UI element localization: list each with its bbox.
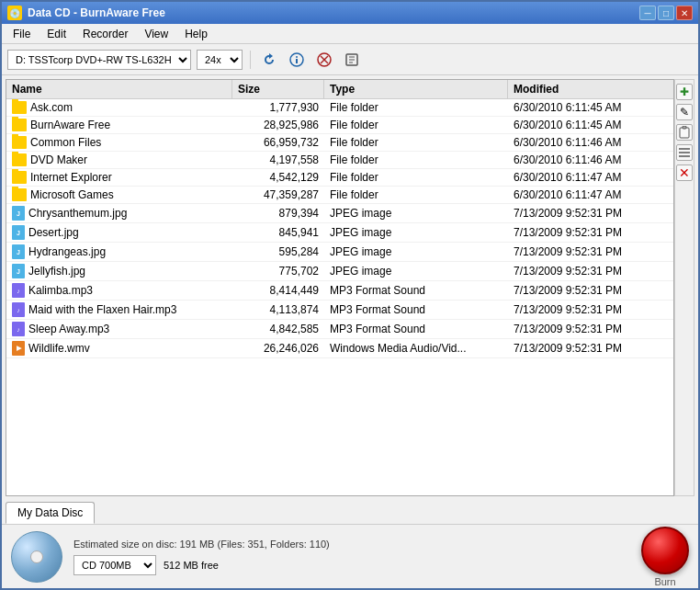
title-buttons: ─ □ ✕ xyxy=(639,6,693,20)
file-size: 845,941 xyxy=(232,224,324,241)
edit-button[interactable]: ✎ xyxy=(676,104,693,120)
file-type: JPEG image xyxy=(324,263,508,279)
drive-select[interactable]: D: TSSTcorp DVD+-RW TS-L632H xyxy=(7,50,191,70)
file-name: J Hydrangeas.jpg xyxy=(6,243,232,261)
app-icon: 💿 xyxy=(7,6,22,20)
folder-icon xyxy=(12,136,27,149)
title-bar: 💿 Data CD - BurnAware Free ─ □ ✕ xyxy=(2,2,698,24)
file-modified: 6/30/2010 6:11:47 AM xyxy=(508,187,673,203)
erase-icon xyxy=(317,52,332,67)
file-type: JPEG image xyxy=(324,224,508,241)
file-modified: 7/13/2009 9:52:31 PM xyxy=(508,263,673,279)
file-name: ▶ Wildlife.wmv xyxy=(6,339,232,357)
file-size: 26,246,026 xyxy=(232,340,324,357)
table-row[interactable]: ♪ Maid with the Flaxen Hair.mp3 4,113,87… xyxy=(6,301,673,320)
estimated-size-text: Estimated size on disc: 191 MB (Files: 3… xyxy=(73,539,630,550)
file-name: Microsoft Games xyxy=(6,187,232,203)
minimize-button[interactable]: ─ xyxy=(639,6,656,20)
close-button[interactable]: ✕ xyxy=(676,6,693,20)
file-modified: 6/30/2010 6:11:46 AM xyxy=(508,134,673,151)
tab-my-data-disc[interactable]: My Data Disc xyxy=(6,502,95,524)
jpg-icon: J xyxy=(12,244,25,259)
clipboard-button[interactable] xyxy=(676,124,693,141)
properties-button[interactable] xyxy=(341,49,363,71)
table-row[interactable]: BurnAware Free 28,925,986 File folder 6/… xyxy=(6,117,673,134)
file-name: Ask.com xyxy=(6,99,232,116)
table-row[interactable]: J Hydrangeas.jpg 595,284 JPEG image 7/13… xyxy=(6,243,673,262)
file-modified: 6/30/2010 6:11:45 AM xyxy=(508,99,673,116)
col-modified[interactable]: Modified xyxy=(508,80,673,98)
table-row[interactable]: J Jellyfish.jpg 775,702 JPEG image 7/13/… xyxy=(6,262,673,281)
file-modified: 6/30/2010 6:11:47 AM xyxy=(508,169,673,186)
status-bar: Estimated size on disc: 191 MB (Files: 3… xyxy=(2,524,698,588)
remove-button[interactable]: ✕ xyxy=(676,165,693,181)
file-type: MP3 Format Sound xyxy=(324,282,508,299)
file-name: Internet Explorer xyxy=(6,169,232,186)
folder-icon xyxy=(12,188,27,201)
burn-button[interactable] xyxy=(641,527,689,574)
file-name: ♪ Sleep Away.mp3 xyxy=(6,320,232,338)
file-type: File folder xyxy=(324,99,508,116)
file-size: 47,359,287 xyxy=(232,187,324,203)
folder-icon xyxy=(12,101,27,114)
table-row[interactable]: Microsoft Games 47,359,287 File folder 6… xyxy=(6,187,673,204)
file-name: BurnAware Free xyxy=(6,117,232,133)
folder-icon xyxy=(12,119,27,131)
file-list: Ask.com 1,777,930 File folder 6/30/2010 … xyxy=(6,99,673,495)
file-modified: 7/13/2009 9:52:31 PM xyxy=(508,340,673,357)
window-title: Data CD - BurnAware Free xyxy=(28,6,165,19)
file-name: Common Files xyxy=(6,134,232,151)
table-row[interactable]: ♪ Sleep Away.mp3 4,842,585 MP3 Format So… xyxy=(6,320,673,339)
disc-hole xyxy=(30,550,43,563)
file-name: ♪ Maid with the Flaxen Hair.mp3 xyxy=(6,301,232,319)
table-row[interactable]: Ask.com 1,777,930 File folder 6/30/2010 … xyxy=(6,99,673,117)
file-size: 1,777,930 xyxy=(232,99,324,116)
table-row[interactable]: Common Files 66,959,732 File folder 6/30… xyxy=(6,134,673,152)
table-row[interactable]: J Desert.jpg 845,941 JPEG image 7/13/200… xyxy=(6,223,673,243)
maximize-button[interactable]: □ xyxy=(658,6,674,20)
file-name: J Jellyfish.jpg xyxy=(6,262,232,280)
disc-type-select[interactable]: CD 700MB xyxy=(73,555,156,575)
svg-point-1 xyxy=(296,56,298,58)
speed-select[interactable]: 24x xyxy=(197,50,243,70)
file-list-header: Name Size Type Modified xyxy=(6,80,673,99)
file-size: 66,959,732 xyxy=(232,134,324,151)
refresh-button[interactable] xyxy=(258,49,280,71)
list-button[interactable] xyxy=(676,144,693,161)
file-modified: 6/30/2010 6:11:45 AM xyxy=(508,117,673,133)
disc-icon xyxy=(11,531,62,583)
file-size: 28,925,986 xyxy=(232,117,324,133)
file-type: JPEG image xyxy=(324,205,508,221)
menu-view[interactable]: View xyxy=(137,26,175,42)
toolbar-separator-1 xyxy=(250,51,251,69)
table-row[interactable]: DVD Maker 4,197,558 File folder 6/30/201… xyxy=(6,152,673,169)
menu-recorder[interactable]: Recorder xyxy=(75,26,135,42)
disc-icon-container xyxy=(11,531,62,583)
menu-file[interactable]: File xyxy=(6,26,38,42)
disc-info-button[interactable] xyxy=(286,49,308,71)
col-size[interactable]: Size xyxy=(232,80,324,98)
col-name[interactable]: Name xyxy=(6,80,232,98)
col-type[interactable]: Type xyxy=(324,80,508,98)
tabs-area: My Data Disc xyxy=(2,500,698,524)
menu-help[interactable]: Help xyxy=(177,26,215,42)
main-window: 💿 Data CD - BurnAware Free ─ □ ✕ File Ed… xyxy=(0,0,700,590)
mp3-icon: ♪ xyxy=(12,302,25,317)
erase-button[interactable] xyxy=(313,49,335,71)
table-row[interactable]: Internet Explorer 4,542,129 File folder … xyxy=(6,169,673,187)
file-size: 879,394 xyxy=(232,205,324,221)
file-modified: 7/13/2009 9:52:31 PM xyxy=(508,282,673,299)
file-type: File folder xyxy=(324,152,508,168)
menu-edit[interactable]: Edit xyxy=(40,26,73,42)
file-type: MP3 Format Sound xyxy=(324,301,508,318)
table-row[interactable]: ♪ Kalimba.mp3 8,414,449 MP3 Format Sound… xyxy=(6,281,673,301)
file-size: 4,197,558 xyxy=(232,152,324,168)
file-size: 8,414,449 xyxy=(232,282,324,299)
file-modified: 7/13/2009 9:52:31 PM xyxy=(508,321,673,337)
table-row[interactable]: J Chrysanthemum.jpg 879,394 JPEG image 7… xyxy=(6,204,673,223)
svg-rect-11 xyxy=(683,126,686,129)
file-type: File folder xyxy=(324,169,508,186)
add-button[interactable]: ✚ xyxy=(676,84,693,100)
file-modified: 6/30/2010 6:11:46 AM xyxy=(508,152,673,168)
table-row[interactable]: ▶ Wildlife.wmv 26,246,026 Windows Media … xyxy=(6,339,673,358)
